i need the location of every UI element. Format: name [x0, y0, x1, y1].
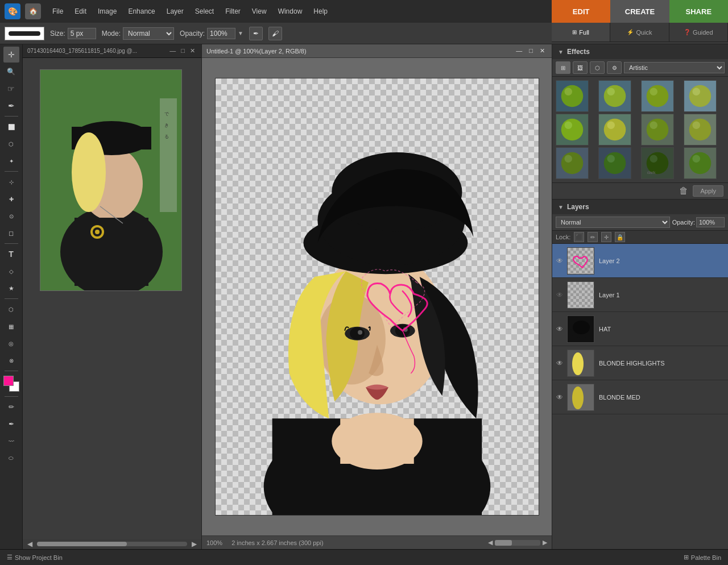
layer2-visibility-toggle[interactable]: 👁	[555, 256, 565, 266]
tab-share[interactable]: SHARE	[669, 0, 728, 23]
scroll-left-btn[interactable]: ◀	[23, 540, 37, 548]
hand-tool[interactable]: ☞	[3, 81, 19, 97]
brush-preview[interactable]	[5, 27, 44, 40]
menu-view[interactable]: View	[250, 6, 269, 16]
layer1-visibility-toggle[interactable]: 👁	[555, 290, 565, 300]
actions-tab[interactable]: ⚙	[607, 61, 622, 74]
effect-thumb-1[interactable]	[598, 80, 631, 112]
effects-header[interactable]: ▼ Effects	[552, 44, 728, 59]
app-icon-blue[interactable]: 🎨	[5, 3, 20, 19]
blur-tool[interactable]: ◎	[3, 335, 19, 351]
menu-filter[interactable]: Filter	[223, 6, 243, 16]
color-swatches[interactable]	[3, 376, 19, 392]
scroll-right-btn[interactable]: ▶	[187, 540, 201, 548]
project-max-btn[interactable]: □	[179, 47, 187, 55]
blend-mode-select[interactable]: Normal Multiply Screen Overlay	[556, 217, 670, 228]
app-icon-home[interactable]: 🏠	[25, 3, 41, 19]
tab-create[interactable]: CREATE	[610, 0, 669, 23]
sponge-tool[interactable]: ⬭	[3, 450, 19, 466]
effect-thumb-2[interactable]	[641, 80, 674, 112]
healing-tool[interactable]: ✚	[3, 191, 19, 207]
show-project-bin-btn[interactable]: ☰ Show Project Bin	[7, 554, 63, 561]
delete-effect-btn[interactable]: 🗑	[679, 186, 688, 196]
effect-thumb-4[interactable]	[556, 114, 589, 146]
effect-thumb-7[interactable]	[684, 114, 717, 146]
effects-category-select[interactable]: Artistic Blur Sketch	[624, 62, 725, 73]
lock-all-btn[interactable]: 🔒	[615, 232, 625, 242]
layer-row-blonde-highlights[interactable]: 👁 BLONDE HIGHLIGHTS	[552, 346, 728, 380]
canvas-min-btn[interactable]: —	[514, 47, 524, 55]
layer-row-blonde-med[interactable]: 👁 BLONDE MED	[552, 380, 728, 414]
effect-thumb-5[interactable]	[598, 114, 631, 146]
apply-effect-btn[interactable]: Apply	[693, 185, 723, 197]
scroll-track[interactable]	[37, 542, 187, 546]
shape-tool[interactable]: ◇	[3, 263, 19, 279]
canvas-body[interactable]	[202, 58, 552, 535]
paint-bucket-tool[interactable]: ⬡	[3, 301, 19, 317]
move-tool[interactable]: ✛	[3, 47, 19, 63]
lock-transparent-btn[interactable]: ⬛	[574, 232, 584, 242]
sub-tab-guided[interactable]: ❓ Guided	[669, 23, 728, 41]
eraser-tool[interactable]: ◻	[3, 225, 19, 241]
hat-visibility-toggle[interactable]: 👁	[555, 324, 565, 334]
menu-select[interactable]: Select	[193, 6, 216, 16]
smudge-tool[interactable]: 〰	[3, 433, 19, 449]
reference-photo[interactable]: で き る	[40, 69, 182, 291]
effect-thumb-0[interactable]	[556, 80, 589, 112]
effect-thumb-10[interactable]: dark	[641, 147, 674, 179]
lock-position-btn[interactable]: ✛	[601, 232, 611, 242]
menu-file[interactable]: File	[50, 6, 65, 16]
lock-image-btn[interactable]: ✏	[588, 232, 598, 242]
project-min-btn[interactable]: —	[168, 47, 177, 55]
canvas-max-btn[interactable]: □	[527, 47, 535, 55]
custom-shape-tool[interactable]: ★	[3, 280, 19, 296]
photo-effects-tab[interactable]: 🖼	[573, 61, 588, 74]
tab-edit[interactable]: EDIT	[552, 0, 610, 23]
zoom-tool[interactable]: 🔍	[3, 64, 19, 80]
menu-help[interactable]: Help	[311, 6, 330, 16]
canvas-hscrollbar[interactable]	[495, 540, 540, 546]
opacity-ctrl-input[interactable]	[696, 217, 725, 227]
canvas-scroll-left[interactable]: ◀	[488, 539, 493, 546]
canvas-hscroll-thumb[interactable]	[495, 540, 512, 546]
gradient-tool[interactable]: ▦	[3, 318, 19, 334]
scroll-thumb[interactable]	[37, 542, 127, 546]
project-bin-scrollbar[interactable]: ◀ ▶	[23, 539, 201, 549]
sub-tab-full[interactable]: ⊞ Full	[552, 23, 610, 41]
clone-tool[interactable]: ⊙	[3, 208, 19, 224]
menu-layer[interactable]: Layer	[164, 6, 186, 16]
layer-row-hat[interactable]: 👁 HAT	[552, 312, 728, 346]
menu-image[interactable]: Image	[96, 6, 119, 16]
dodge-tool[interactable]: ⊗	[3, 352, 19, 368]
menu-edit[interactable]: Edit	[72, 6, 89, 16]
crop-tool[interactable]: ⊹	[3, 174, 19, 190]
blonde-highlights-visibility-toggle[interactable]: 👁	[555, 358, 565, 368]
mode-select[interactable]: Normal	[123, 27, 174, 40]
menu-enhance[interactable]: Enhance	[126, 6, 157, 16]
effect-thumb-9[interactable]	[598, 147, 631, 179]
effect-thumb-6[interactable]	[641, 114, 674, 146]
size-input[interactable]	[68, 28, 96, 39]
eyedropper-tool[interactable]: ✒	[3, 98, 19, 114]
sub-tab-quick[interactable]: ⚡ Quick	[610, 23, 669, 41]
canvas-close-btn[interactable]: ✕	[537, 47, 547, 55]
layer-styles-tab[interactable]: ⬡	[590, 61, 605, 74]
filters-tab[interactable]: ⊞	[556, 61, 570, 74]
effect-thumb-3[interactable]	[684, 80, 717, 112]
brush-tool[interactable]: ✏	[3, 399, 19, 415]
eyedropper-tool-btn[interactable]: ✒	[249, 27, 263, 40]
palette-bin-btn[interactable]: ⊞ Palette Bin	[684, 554, 721, 561]
pencil-tool[interactable]: ✒	[3, 416, 19, 432]
effect-thumb-11[interactable]	[684, 147, 717, 179]
opacity-input[interactable]	[207, 28, 235, 39]
text-tool[interactable]: T	[3, 246, 19, 262]
blonde-med-visibility-toggle[interactable]: 👁	[555, 392, 565, 402]
project-close-btn[interactable]: ✕	[188, 47, 197, 55]
layer-row-layer1[interactable]: 👁 Layer 1	[552, 278, 728, 312]
canvas-scroll-right[interactable]: ▶	[543, 539, 547, 546]
lasso-tool[interactable]: ⬡	[3, 136, 19, 152]
brush-tool-btn[interactable]: 🖌	[268, 27, 282, 40]
canvas-content[interactable]	[215, 78, 539, 516]
layer-row-layer2[interactable]: 👁 Layer 2	[552, 244, 728, 278]
layers-header[interactable]: ▼ Layers	[552, 200, 728, 214]
